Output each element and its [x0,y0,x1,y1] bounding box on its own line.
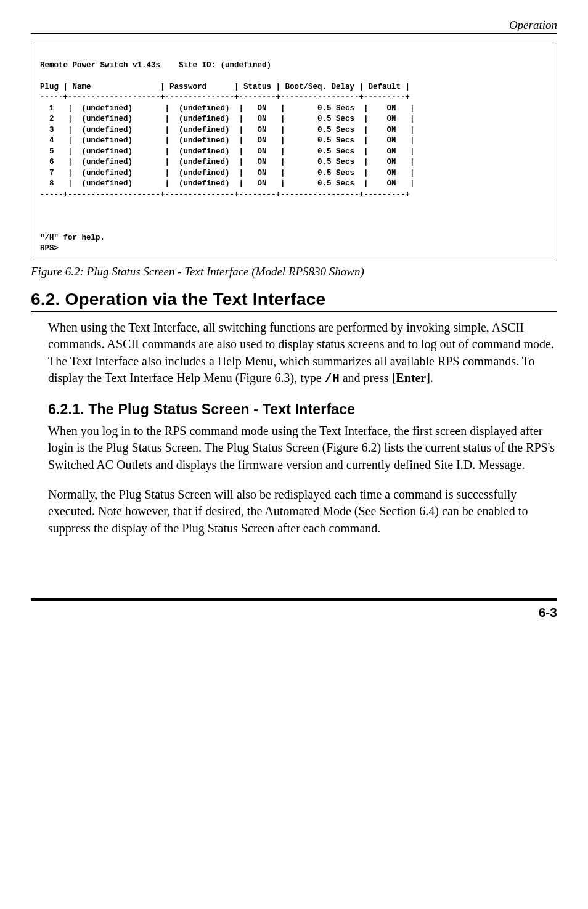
terminal-prompt: RPS> [40,244,59,253]
terminal-help: "/H" for help. [40,234,105,242]
subsection-heading: 6.2.1. The Plug Status Screen - Text Int… [48,401,557,418]
terminal-row: 8 | (undefined) | (undefined) | ON | 0.5… [40,179,415,188]
terminal-columns: Plug | Name | Password | Status | Boot/S… [40,83,410,91]
terminal-row: 2 | (undefined) | (undefined) | ON | 0.5… [40,115,415,123]
paragraph-3: Normally, the Plug Status Screen will al… [48,486,557,537]
terminal-row: 3 | (undefined) | (undefined) | ON | 0.5… [40,126,415,134]
header-rule [31,33,557,34]
section-heading: 6.2. Operation via the Text Interface [31,290,557,309]
terminal-row: 1 | (undefined) | (undefined) | ON | 0.5… [40,104,415,113]
terminal-output: Remote Power Switch v1.43s Site ID: (und… [31,43,557,261]
terminal-row: 5 | (undefined) | (undefined) | ON | 0.5… [40,147,415,156]
terminal-row: 4 | (undefined) | (undefined) | ON | 0.5… [40,136,415,145]
para1-text-a: When using the Text Interface, all switc… [48,320,554,385]
page-number: 6-3 [31,605,557,620]
terminal-row: 6 | (undefined) | (undefined) | ON | 0.5… [40,158,415,166]
para1-text-c: . [430,371,433,385]
footer-rule [31,598,557,601]
enter-key: [Enter] [392,371,430,385]
terminal-separator: -----+--------------------+-------------… [40,190,410,199]
header-section-label: Operation [31,18,557,33]
terminal-title: Remote Power Switch v1.43s Site ID: (und… [40,61,271,70]
para1-text-b: and press [340,371,392,385]
section-underline [31,311,557,312]
code-h-command: /H [325,372,340,386]
paragraph-2: When you log in to the RPS command mode … [48,423,557,474]
terminal-separator: -----+--------------------+-------------… [40,93,410,102]
figure-caption: Figure 6.2: Plug Status Screen - Text In… [31,265,557,279]
paragraph-1: When using the Text Interface, all switc… [31,319,557,388]
terminal-row: 7 | (undefined) | (undefined) | ON | 0.5… [40,169,415,177]
